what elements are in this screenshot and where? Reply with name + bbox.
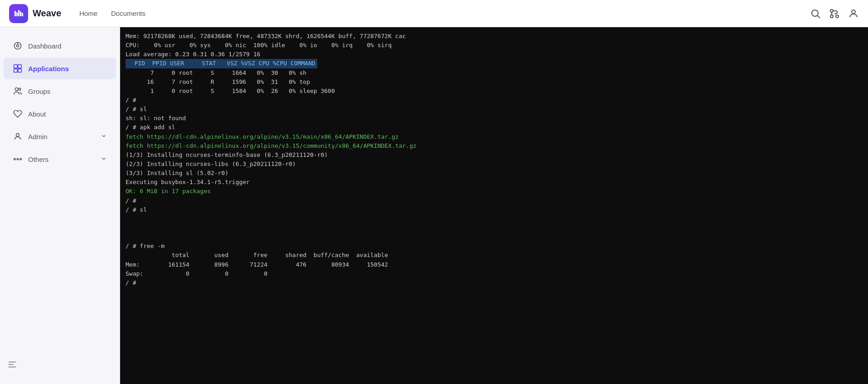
svg-point-21 (17, 158, 18, 160)
groups-icon (13, 86, 23, 96)
terminal-content: Mem: 92178268K used, 72843684K free, 487… (120, 27, 868, 292)
apps-icon (13, 63, 23, 73)
sidebar: Dashboard Applications Groups (0, 27, 120, 384)
sidebar-bottom (0, 354, 120, 377)
svg-point-20 (16, 133, 19, 136)
svg-rect-4 (22, 13, 23, 16)
terminal-proc-3: 1 0 root S 1584 0% 26 0% sleep 3600 (126, 87, 863, 96)
sidebar-item-others[interactable]: Others (4, 148, 116, 170)
terminal-install-3: (3/3) Installing sl (5.02-r0) (126, 169, 863, 178)
svg-point-9 (830, 15, 833, 18)
header-actions (810, 8, 859, 19)
others-chevron-icon (101, 156, 107, 163)
svg-point-10 (852, 10, 855, 14)
svg-rect-2 (18, 10, 19, 16)
terminal-cmd-apk: / # apk add sl (126, 123, 863, 132)
terminal-blank-2 (126, 224, 863, 233)
sidebar-label-others: Others (28, 156, 48, 163)
terminal-blank-3 (126, 233, 863, 242)
app-header: Weave Home Documents (0, 0, 868, 27)
sidebar-item-about[interactable]: About (4, 103, 116, 125)
svg-rect-16 (14, 69, 18, 73)
terminal-blank-1 (126, 214, 863, 224)
sidebar-item-groups[interactable]: Groups (4, 80, 116, 102)
terminal-cmd-sl2: / # sl (126, 205, 863, 214)
terminal-prompt-1: / # (126, 96, 863, 105)
terminal-proc-1: 7 0 root S 1664 0% 30 0% sh (126, 68, 863, 78)
dashboard-icon (13, 41, 23, 51)
terminal-panel[interactable]: Mem: 92178268K used, 72843684K free, 487… (120, 27, 868, 384)
svg-point-5 (812, 10, 818, 16)
svg-rect-0 (15, 11, 16, 16)
terminal-line-load: Load average: 0.23 0.31 0.36 1/2579 16 (126, 50, 863, 59)
svg-point-7 (836, 15, 839, 18)
nav-documents[interactable]: Documents (111, 8, 145, 19)
svg-rect-3 (20, 11, 21, 16)
svg-rect-1 (16, 12, 18, 16)
terminal-line-mem: Mem: 92178268K used, 72843684K free, 487… (126, 32, 863, 41)
terminal-prompt-2: / # (126, 196, 863, 205)
terminal-install-1: (1/3) Installing ncurses-terminfo-base (… (126, 151, 863, 160)
svg-point-12 (17, 45, 19, 47)
sidebar-item-applications[interactable]: Applications (4, 58, 116, 79)
nav-home[interactable]: Home (79, 8, 97, 19)
app-title: Weave (33, 8, 61, 19)
main-nav: Home Documents (79, 8, 145, 19)
main-content: Dashboard Applications Groups (0, 27, 868, 384)
terminal-cmd-sl1: / # sl (126, 105, 863, 114)
terminal-free-header: total used free shared buff/cache availa… (126, 251, 863, 260)
terminal-header-row: PID PPID USER STAT VSZ %VSZ CPU %CPU COM… (126, 59, 863, 68)
terminal-install-2: (2/3) Installing ncurses-libs (6.3_p2021… (126, 160, 863, 169)
terminal-cmd-free: / # free -m (126, 242, 863, 251)
terminal-fetch-1: fetch https://dl-cdn.alpinelinux.org/alp… (126, 132, 863, 141)
svg-point-18 (15, 88, 18, 91)
sidebar-label-applications: Applications (28, 65, 69, 73)
terminal-proc-2: 16 7 root R 1596 0% 31 0% top (126, 78, 863, 87)
sidebar-label-dashboard: Dashboard (28, 42, 61, 50)
sidebar-item-admin[interactable]: Admin (4, 126, 116, 147)
user-icon[interactable] (848, 8, 859, 19)
svg-point-23 (14, 158, 15, 160)
sidebar-label-groups: Groups (28, 87, 50, 95)
svg-point-19 (19, 88, 21, 90)
sidebar-label-admin: Admin (28, 133, 48, 141)
svg-rect-17 (18, 69, 22, 73)
others-icon (13, 154, 23, 164)
logo-area: Weave (9, 4, 61, 23)
terminal-prompt-3: / # (126, 278, 863, 287)
svg-point-8 (830, 10, 833, 12)
terminal-exec: Executing busybox-1.34.1-r5.trigger (126, 178, 863, 187)
svg-rect-15 (18, 65, 22, 68)
admin-icon (13, 131, 23, 141)
sidebar-label-about: About (28, 110, 46, 118)
terminal-free-swap: Swap: 0 0 0 (126, 269, 863, 278)
logo-icon (9, 4, 28, 23)
terminal-line-cpu: CPU: 0% usr 0% sys 0% nic 100% idle 0% i… (126, 41, 863, 50)
svg-rect-14 (14, 65, 18, 68)
svg-line-6 (818, 15, 820, 18)
terminal-free-mem: Mem: 161154 8996 71224 476 80934 150542 (126, 260, 863, 269)
terminal-sl-notfound: sh: sl: not found (126, 114, 863, 123)
menu-icon[interactable] (7, 360, 17, 369)
search-icon[interactable] (810, 8, 821, 19)
sidebar-item-dashboard[interactable]: Dashboard (4, 35, 116, 57)
terminal-ok: OK: 6 MiB in 17 packages (126, 187, 863, 196)
svg-point-22 (20, 158, 21, 160)
admin-chevron-icon (101, 133, 107, 141)
logo-svg (13, 8, 24, 19)
terminal-fetch-2: fetch https://dl-cdn.alpinelinux.org/alp… (126, 141, 863, 151)
git-icon[interactable] (829, 8, 840, 19)
about-icon (13, 109, 23, 119)
